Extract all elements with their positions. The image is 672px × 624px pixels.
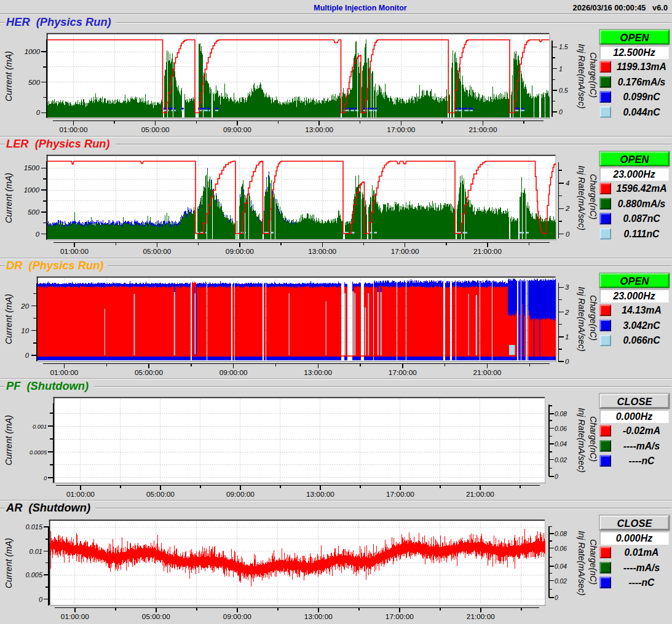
svg-text:10: 10 [21,327,29,334]
svg-text:13:00:00: 13:00:00 [305,125,333,134]
svg-text:1199.13mA: 1199.13mA [617,61,666,72]
svg-text:2: 2 [565,205,570,212]
svg-text:0: 0 [559,108,563,116]
svg-text:14.13mA: 14.13mA [622,305,662,315]
svg-text:0.176mA/s: 0.176mA/s [618,77,666,87]
svg-text:20: 20 [20,302,29,310]
svg-text:05:00:00: 05:00:00 [142,612,170,621]
svg-text:1500: 1500 [24,164,40,172]
svg-text:Inj Rate(mA/sec): Inj Rate(mA/sec) [577,286,587,352]
svg-text:0.08: 0.08 [555,411,567,417]
svg-text:Charge(nC): Charge(nC) [588,52,598,98]
svg-text:500: 500 [28,79,41,86]
svg-text:2026/03/16 00:00:45 v6.0: 2026/03/16 00:00:45 v6.0 [573,3,668,12]
svg-text:Charge(nC): Charge(nC) [588,174,598,219]
svg-text:0: 0 [555,594,558,601]
svg-text:0.044nC: 0.044nC [623,107,660,117]
svg-text:05:00:00: 05:00:00 [143,247,171,256]
svg-text:Current (mA): Current (mA) [4,173,14,223]
svg-text:Charge(nC): Charge(nC) [588,539,598,585]
svg-text:Current (mA): Current (mA) [4,538,14,588]
svg-text:0: 0 [555,473,558,480]
svg-text:05:00:00: 05:00:00 [135,368,163,377]
svg-text:17:00:00: 17:00:00 [391,247,419,256]
svg-text:3.042nC: 3.042nC [623,320,660,331]
svg-text:0: 0 [25,352,30,359]
svg-text:01:00:00: 01:00:00 [61,612,89,621]
svg-text:01:00:00: 01:00:00 [66,490,95,499]
svg-text:1: 1 [559,65,563,73]
svg-text:0.005: 0.005 [25,571,42,579]
svg-text:01:00:00: 01:00:00 [60,247,89,256]
svg-text:0: 0 [36,231,40,238]
svg-text:4: 4 [566,180,569,187]
svg-text:0.02: 0.02 [555,578,567,585]
svg-text:1596.42mA: 1596.42mA [617,183,667,194]
svg-text:09:00:00: 09:00:00 [223,125,251,134]
svg-text:OPEN: OPEN [620,275,650,286]
svg-text:13:00:00: 13:00:00 [306,490,334,499]
svg-text:0.111nC: 0.111nC [624,229,660,239]
svg-text:OPEN: OPEN [620,154,650,165]
svg-text:Current (mA): Current (mA) [4,415,14,465]
svg-text:0.04: 0.04 [555,441,567,448]
svg-text:17:00:00: 17:00:00 [387,125,415,134]
svg-text:0.015: 0.015 [25,523,42,531]
svg-text:21:00:00: 21:00:00 [469,125,497,134]
svg-text:0.06: 0.06 [555,425,567,432]
svg-text:Inj Rate(mA/sec): Inj Rate(mA/sec) [577,165,587,231]
svg-text:0: 0 [44,475,47,481]
svg-text:1: 1 [565,333,569,341]
svg-text:17:00:00: 17:00:00 [389,368,417,377]
svg-text:CLOSE: CLOSE [617,396,653,407]
svg-text:0.04: 0.04 [555,563,567,570]
svg-text:1000: 1000 [24,186,40,194]
svg-text:05:00:00: 05:00:00 [141,125,170,134]
svg-text:PF (Shutdown): PF (Shutdown) [6,379,89,392]
svg-text:21:00:00: 21:00:00 [467,612,495,621]
svg-text:21:00:00: 21:00:00 [466,490,494,499]
svg-text:1000: 1000 [25,48,41,55]
svg-text:23.000Hz: 23.000Hz [612,169,655,180]
svg-text:0: 0 [566,231,570,238]
svg-text:0: 0 [36,109,41,116]
svg-text:17:00:00: 17:00:00 [386,490,414,499]
svg-text:0.06: 0.06 [555,545,567,552]
svg-text:09:00:00: 09:00:00 [226,247,254,256]
svg-text:21:00:00: 21:00:00 [473,368,501,377]
svg-text:Inj Rate(mA/sec): Inj Rate(mA/sec) [577,408,587,473]
svg-text:-0.02mA: -0.02mA [623,425,660,436]
svg-text:0.5: 0.5 [559,87,568,94]
svg-text:2: 2 [564,309,569,316]
svg-text:DR (Physics Run): DR (Physics Run) [6,259,103,272]
svg-text:AR (Shutdown): AR (Shutdown) [6,501,90,514]
svg-text:13:00:00: 13:00:00 [304,368,332,377]
svg-text:0.0005: 0.0005 [30,449,47,456]
svg-text:Inj Rate(mA/sec): Inj Rate(mA/sec) [577,531,587,596]
svg-text:05:00:00: 05:00:00 [146,490,175,499]
svg-text:0.880mA/s: 0.880mA/s [618,199,666,209]
svg-text:09:00:00: 09:00:00 [226,490,255,499]
svg-text:----mA/s: ----mA/s [623,441,660,451]
svg-text:09:00:00: 09:00:00 [219,368,248,377]
svg-text:0.01: 0.01 [30,548,42,555]
svg-text:1.5: 1.5 [559,43,568,50]
svg-text:----nC: ----nC [629,456,655,466]
svg-text:01:00:00: 01:00:00 [60,125,88,134]
svg-text:----nC: ----nC [629,577,655,588]
svg-text:13:00:00: 13:00:00 [304,612,333,621]
svg-text:09:00:00: 09:00:00 [223,612,251,621]
svg-text:Charge(nC): Charge(nC) [588,295,598,341]
svg-text:HER (Physics Run): HER (Physics Run) [6,15,111,28]
svg-text:17:00:00: 17:00:00 [385,612,414,621]
svg-text:0.099nC: 0.099nC [623,92,660,102]
svg-text:CLOSE: CLOSE [617,518,653,529]
svg-text:Charge(nC): Charge(nC) [588,416,598,462]
svg-text:0.000Hz: 0.000Hz [616,533,653,543]
svg-text:23.000Hz: 23.000Hz [612,291,655,301]
svg-text:12.500Hz: 12.500Hz [613,47,655,58]
svg-text:21:00:00: 21:00:00 [473,247,502,256]
svg-text:500: 500 [28,208,40,216]
svg-text:13:00:00: 13:00:00 [308,247,336,256]
svg-text:LER (Physics Run): LER (Physics Run) [6,137,110,150]
